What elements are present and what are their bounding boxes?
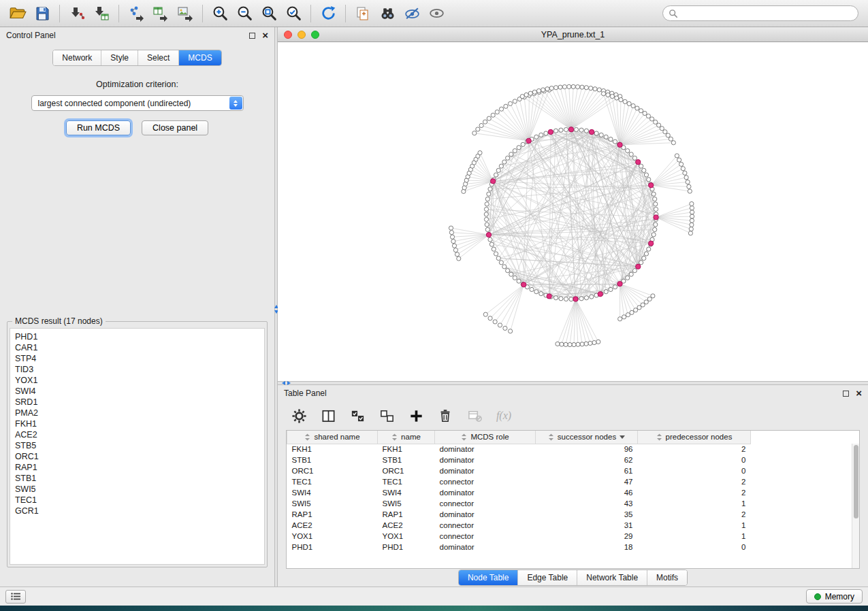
table-cell: FKH1 — [378, 444, 435, 455]
search-input[interactable] — [681, 9, 852, 18]
mcds-result-node[interactable]: TID3 — [15, 364, 259, 375]
mcds-result-node[interactable]: YOX1 — [15, 375, 259, 386]
splitter-expand-icon[interactable] — [287, 381, 291, 385]
zoom-in-button[interactable] — [208, 3, 232, 24]
table-cell: STB1 — [287, 455, 378, 465]
application-window: Control Panel × Network Style Select MCD… — [0, 0, 868, 611]
table-cell: 43 — [536, 498, 638, 509]
delete-table-button[interactable] — [466, 407, 483, 425]
run-mcds-button[interactable]: Run MCDS — [66, 120, 131, 135]
table-cell-filler — [751, 531, 852, 542]
table-row[interactable]: SWI5SWI5connector431 — [287, 498, 852, 509]
open-session-button[interactable] — [5, 3, 30, 24]
horizontal-splitter[interactable] — [278, 381, 868, 385]
mcds-result-node[interactable]: GCR1 — [15, 506, 259, 516]
function-builder-button[interactable]: f(x) — [495, 407, 513, 425]
delete-column-button[interactable] — [436, 407, 454, 425]
zoom-fit-button[interactable] — [257, 3, 281, 24]
table-scrollbar[interactable] — [852, 444, 859, 568]
network-window-titlebar[interactable]: YPA_prune.txt_1 — [278, 27, 868, 42]
table-row[interactable]: ACE2ACE2connector311 — [287, 520, 852, 531]
mcds-result-node[interactable]: RAP1 — [15, 462, 259, 473]
column-header-mcds-role[interactable]: MCDS role — [435, 431, 536, 444]
table-settings-button[interactable] — [290, 407, 308, 425]
show-columns-button[interactable] — [319, 407, 337, 425]
column-header-shared-name[interactable]: shared name — [287, 431, 378, 444]
show-all-button[interactable] — [424, 3, 449, 24]
table-cell-filler — [751, 542, 852, 552]
import-table-button[interactable] — [89, 3, 114, 24]
task-history-button[interactable] — [5, 590, 26, 604]
save-floppy-icon — [34, 5, 50, 22]
mcds-result-node[interactable]: SWI5 — [15, 484, 259, 495]
tab-select[interactable]: Select — [138, 50, 178, 65]
tab-edge-table[interactable]: Edge Table — [517, 570, 577, 585]
table-cell: STB1 — [378, 455, 435, 465]
table-cell: 18 — [536, 542, 638, 552]
close-panel-icon[interactable]: × — [262, 32, 268, 39]
control-panel-title: Control Panel — [6, 31, 249, 40]
tab-network[interactable]: Network — [53, 50, 101, 65]
network-canvas[interactable] — [278, 42, 868, 381]
mcds-result-node[interactable]: CAR1 — [15, 342, 259, 353]
close-panel-button[interactable]: Close panel — [142, 120, 208, 135]
tab-motifs[interactable]: Motifs — [647, 570, 687, 585]
network-graph[interactable] — [278, 42, 868, 381]
splitter-collapse-icon[interactable] — [282, 381, 285, 385]
import-network-button[interactable] — [65, 3, 89, 24]
mcds-result-list[interactable]: PHD1CAR1STP4TID3YOX1SWI4SRD1PMA2FKH1ACE2… — [10, 328, 265, 565]
create-column-button[interactable] — [407, 407, 425, 425]
save-session-button[interactable] — [30, 3, 54, 24]
memory-button[interactable]: Memory — [806, 589, 863, 604]
export-network-button[interactable] — [124, 3, 148, 24]
float-panel-icon[interactable] — [249, 33, 255, 39]
optimization-criterion-dropdown[interactable]: largest connected component (undirected) — [31, 95, 244, 111]
zoom-out-button[interactable] — [232, 3, 257, 24]
mcds-result-node[interactable]: SWI4 — [15, 386, 259, 397]
table-row[interactable]: YOX1YOX1connector291 — [287, 531, 852, 542]
first-neighbors-button[interactable] — [375, 3, 400, 24]
select-all-rows-button[interactable] — [349, 407, 366, 425]
hide-selected-button[interactable] — [400, 3, 424, 24]
column-header-successor-nodes[interactable]: successor nodes — [536, 431, 638, 444]
search-box[interactable] — [662, 5, 858, 21]
mcds-result-node[interactable]: FKH1 — [15, 418, 259, 429]
table-row[interactable]: ORC1ORC1dominator610 — [287, 465, 852, 476]
column-header-name[interactable]: name — [378, 431, 435, 444]
table-cell: YOX1 — [287, 531, 378, 542]
table-row[interactable]: PHD1PHD1dominator180 — [287, 542, 852, 552]
zoom-selected-button[interactable] — [281, 3, 306, 24]
table-row[interactable]: FKH1FKH1dominator962 — [287, 444, 852, 455]
mcds-result-node[interactable]: SRD1 — [15, 397, 259, 408]
tab-mcds[interactable]: MCDS — [178, 50, 221, 65]
tab-network-table[interactable]: Network Table — [577, 570, 647, 585]
duplicate-network-icon — [355, 5, 371, 22]
mcds-result-node[interactable]: PHD1 — [15, 331, 259, 342]
mcds-result-node[interactable]: STB1 — [15, 473, 259, 484]
apply-layout-button[interactable] — [316, 3, 340, 24]
deselect-all-rows-button[interactable] — [378, 407, 396, 425]
export-table-button[interactable] — [148, 3, 173, 24]
table-row[interactable]: TEC1TEC1connector472 — [287, 476, 852, 487]
mcds-result-node[interactable]: STP4 — [15, 353, 259, 364]
export-image-button[interactable] — [173, 3, 197, 24]
float-panel-icon[interactable] — [843, 391, 849, 397]
scrollbar-thumb[interactable] — [854, 445, 858, 518]
mcds-result-node[interactable]: ACE2 — [15, 429, 259, 440]
table-row[interactable]: SWI4SWI4dominator462 — [287, 487, 852, 498]
tab-style[interactable]: Style — [101, 50, 138, 65]
mcds-result-title: MCDS result (17 nodes) — [12, 316, 106, 326]
zoom-in-icon — [212, 5, 229, 22]
table-row[interactable]: RAP1RAP1dominator352 — [287, 509, 852, 520]
mcds-result-node[interactable]: TEC1 — [15, 495, 259, 506]
mcds-result-node[interactable]: STB5 — [15, 440, 259, 451]
mcds-result-node[interactable]: PMA2 — [15, 408, 259, 418]
mcds-result-node[interactable]: ORC1 — [15, 451, 259, 462]
close-panel-icon[interactable]: × — [856, 390, 862, 397]
tab-node-table[interactable]: Node Table — [459, 570, 518, 585]
table-row[interactable]: STB1STB1dominator620 — [287, 455, 852, 465]
trash-icon — [438, 408, 453, 423]
duplicate-network-button[interactable] — [351, 3, 375, 24]
column-header-predecessor-nodes[interactable]: predecessor nodes — [638, 431, 751, 444]
table-cell-filler — [751, 476, 852, 487]
